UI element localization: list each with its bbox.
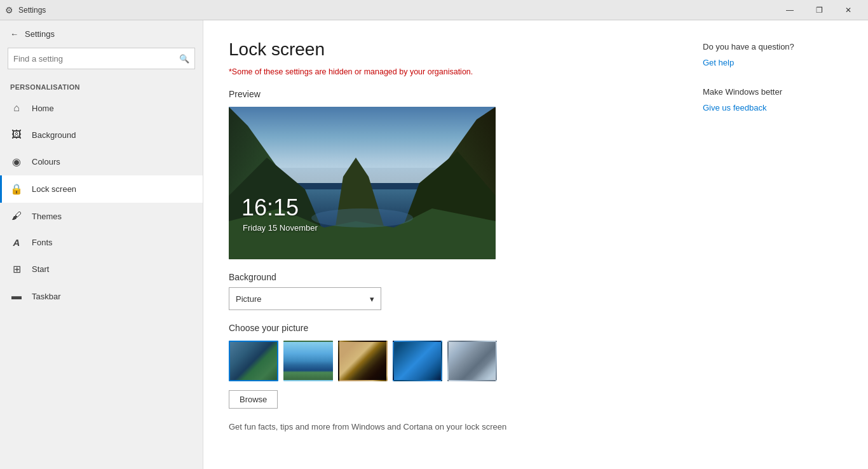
window-controls: — ❐ ✕ <box>775 0 863 20</box>
fun-facts-label: Get fun facts, tips and more from Window… <box>229 421 677 433</box>
settings-icon: ⚙ <box>5 5 13 15</box>
sidebar-item-home-label: Home <box>32 104 54 113</box>
right-panel: Do you have a question? Get help Make Wi… <box>703 39 843 450</box>
search-box[interactable]: 🔍 <box>8 48 195 69</box>
sidebar-item-background[interactable]: 🖼 Background <box>0 121 203 148</box>
background-dropdown-label: Background <box>229 272 677 282</box>
page-title: Lock screen <box>229 39 677 60</box>
colours-icon: ◉ <box>10 156 23 168</box>
svg-point-8 <box>311 208 413 228</box>
search-icon[interactable]: 🔍 <box>179 54 189 64</box>
sidebar-item-themes-label: Themes <box>32 212 62 221</box>
preview-date: Friday 15 November <box>243 223 318 233</box>
sidebar-item-colours-label: Colours <box>32 157 60 167</box>
search-input[interactable] <box>13 54 179 64</box>
fonts-icon: A <box>10 237 23 248</box>
feedback-section: Make Windows better Give us feedback <box>703 87 843 113</box>
back-arrow-icon: ← <box>10 29 18 39</box>
picture-thumb-2[interactable] <box>283 341 333 381</box>
help-title: Do you have a question? <box>703 42 843 51</box>
help-section: Do you have a question? Get help <box>703 42 843 68</box>
personalisation-label: Personalisation <box>0 77 203 95</box>
picture-thumbnails <box>229 341 677 381</box>
taskbar-icon: ▬ <box>10 290 23 302</box>
minimize-button[interactable]: — <box>775 0 804 20</box>
picture-thumb-3[interactable] <box>338 341 388 381</box>
main-content: Lock screen *Some of these settings are … <box>203 20 868 469</box>
feedback-title: Make Windows better <box>703 87 843 97</box>
browse-button[interactable]: Browse <box>229 390 278 409</box>
picture-thumb-4[interactable] <box>393 341 442 381</box>
get-help-link[interactable]: Get help <box>703 58 734 67</box>
close-button[interactable]: ✕ <box>834 0 863 20</box>
preview-time: 16:15 <box>241 194 299 221</box>
background-icon: 🖼 <box>10 129 23 140</box>
chevron-down-icon: ▾ <box>370 294 374 304</box>
sidebar-item-fonts[interactable]: A Fonts <box>0 229 203 255</box>
give-feedback-link[interactable]: Give us feedback <box>703 103 766 112</box>
title-bar-title: Settings <box>18 6 775 15</box>
preview-landscape-svg <box>229 107 496 259</box>
choose-picture-label: Choose your picture <box>229 323 677 333</box>
background-dropdown[interactable]: Picture ▾ <box>229 287 381 310</box>
lock-screen-preview: 16:15 Friday 15 November <box>229 107 496 259</box>
sidebar-item-taskbar[interactable]: ▬ Taskbar <box>0 283 203 309</box>
title-bar: ⚙ Settings — ❐ ✕ <box>0 0 868 20</box>
themes-icon: 🖌 <box>10 210 23 222</box>
start-icon: ⊞ <box>10 263 23 275</box>
sidebar-item-start-label: Start <box>32 264 49 274</box>
dropdown-value: Picture <box>236 294 261 304</box>
restore-button[interactable]: ❐ <box>804 0 834 20</box>
sidebar-item-lock-screen-label: Lock screen <box>32 184 76 194</box>
sidebar: ← Settings 🔍 Personalisation ⌂ Home 🖼 Ba… <box>0 20 203 469</box>
settings-home-label: Settings <box>25 29 55 39</box>
app-container: ← Settings 🔍 Personalisation ⌂ Home 🖼 Ba… <box>0 20 868 469</box>
sidebar-item-taskbar-label: Taskbar <box>32 292 61 301</box>
sidebar-item-lock-screen[interactable]: 🔒 Lock screen <box>0 175 203 203</box>
picture-thumb-1[interactable] <box>229 341 278 381</box>
sidebar-item-fonts-label: Fonts <box>32 238 53 247</box>
sidebar-item-colours[interactable]: ◉ Colours <box>0 148 203 175</box>
lock-screen-icon: 🔒 <box>10 183 23 195</box>
warning-text: *Some of these settings are hidden or ma… <box>229 67 677 76</box>
preview-label: Preview <box>229 89 677 99</box>
sidebar-item-themes[interactable]: 🖌 Themes <box>0 203 203 229</box>
picture-thumb-5[interactable] <box>447 341 497 381</box>
content-area: Lock screen *Some of these settings are … <box>229 39 677 450</box>
home-icon: ⌂ <box>10 102 23 114</box>
sidebar-item-start[interactable]: ⊞ Start <box>0 255 203 283</box>
sidebar-item-home[interactable]: ⌂ Home <box>0 95 203 121</box>
sidebar-item-background-label: Background <box>32 130 76 140</box>
back-button[interactable]: ← Settings <box>0 20 203 48</box>
